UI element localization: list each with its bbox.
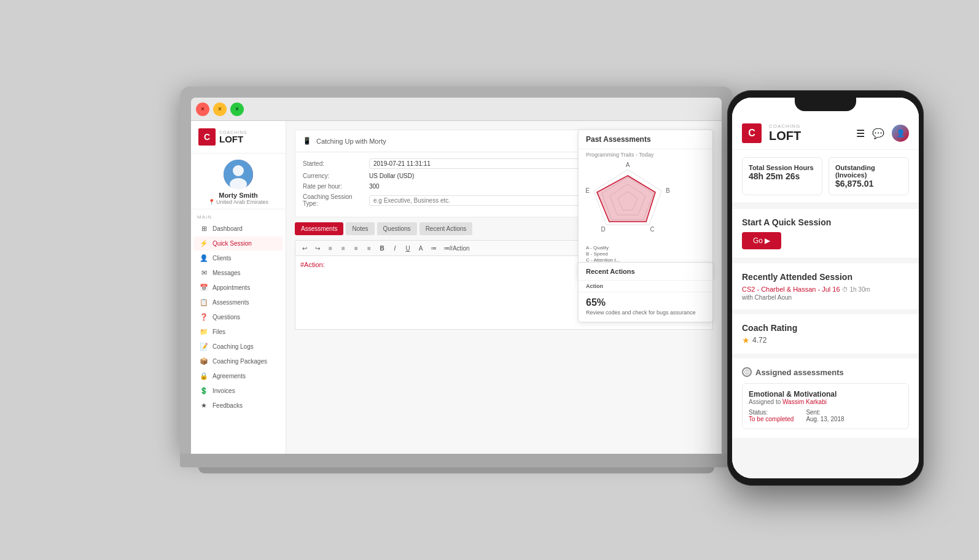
editor-content: #Action: [300, 261, 325, 268]
agreements-icon: 🔒 [200, 372, 208, 380]
assessment-meta: Status: To be completed Sent: Aug. 13, 2… [749, 409, 902, 422]
browser-chrome: × × × [191, 98, 722, 121]
main-content: 📱 Catching Up with Morty End ... Started… [286, 121, 722, 454]
hash-action-button[interactable]: #Action [454, 243, 465, 254]
close-tab-1[interactable]: × [196, 103, 209, 116]
recently-attended-meta: with Charbel Aoun [742, 294, 909, 301]
close-tab-2[interactable]: × [213, 103, 227, 116]
align-right-button[interactable]: ≡ [351, 243, 362, 254]
sidebar-item-feedbacks[interactable]: ★ Feedbacks [193, 399, 283, 413]
sidebar-logo: C COACHING LOFT [191, 121, 286, 154]
tab-assessments[interactable]: Assessments [295, 222, 343, 235]
phone: C COACHING LOFT ☰ 💬 👤 Total Sess [727, 90, 924, 486]
clock-icon: ⏱ 1h 30m [842, 286, 870, 293]
logo-icon: C [198, 128, 216, 146]
files-icon: 📁 [200, 328, 208, 336]
svg-marker-7 [597, 176, 655, 222]
laptop-screen: × × × C COACHING LOFT [191, 98, 722, 454]
phone-logo-name: LOFT [769, 129, 801, 143]
svg-point-1 [233, 165, 244, 176]
phone-assigned-header: ⓘ Assigned assessments [742, 367, 909, 377]
recent-actions-col-header: Action [579, 281, 712, 292]
list-button[interactable]: ≔ [428, 243, 439, 254]
phone-recently-attended-section: Recently Attended Session CS2 - Charbel … [732, 263, 919, 309]
phone-avatar[interactable]: 👤 [892, 125, 909, 142]
phone-logo-sub: COACHING [769, 123, 801, 129]
sidebar-item-questions[interactable]: ❓ Questions [193, 310, 283, 324]
recent-actions-title: Recent Actions [579, 263, 712, 281]
svg-text:C: C [650, 226, 654, 233]
sidebar-item-agreements[interactable]: 🔒 Agreements [193, 369, 283, 383]
svg-text:A: A [626, 161, 630, 168]
tab-recent-actions[interactable]: Recent Actions [419, 222, 473, 235]
legend-item-a: A - Quality [586, 245, 705, 251]
assessment-card: Emotional & Motivational Assigned to Was… [742, 383, 909, 429]
phone-card-outstanding: Outstanding (Invoices) $6,875.01 [829, 157, 909, 195]
phone-quick-session-section: Start A Quick Session Go ▶ [732, 208, 919, 259]
currency-label: Currency: [303, 173, 364, 179]
phone-logo-icon: C [742, 123, 762, 143]
coach-rating-value: 4.72 [752, 336, 766, 344]
assessment-status: Status: To be completed [749, 409, 794, 422]
phone-nav: C COACHING LOFT ☰ 💬 👤 [732, 117, 919, 150]
invoices-icon: 💲 [200, 387, 208, 395]
assigned-to-link[interactable]: Wassim Karkabi [782, 399, 827, 405]
hamburger-icon[interactable]: ☰ [856, 127, 865, 139]
recently-attended-link[interactable]: CS2 - Charbel & Hassan - Jul 16 ⏱ 1h 30m [742, 286, 909, 293]
bold-button[interactable]: B [376, 243, 388, 254]
feedbacks-icon: ★ [200, 402, 208, 410]
sidebar-user-name: Morty Smith [195, 192, 282, 199]
questions-icon: ❓ [200, 313, 208, 321]
sidebar-item-quick-session[interactable]: ⚡ Quick Session [193, 236, 283, 251]
past-assessments-panel: Past Assessments Programming Traits - To… [578, 130, 713, 279]
phone-quick-session-title: Start A Quick Session [742, 217, 909, 227]
sidebar-item-appointments[interactable]: 📅 Appointments [193, 281, 283, 295]
phone-coach-rating-title: Coach Rating [742, 323, 909, 333]
sidebar-item-dashboard[interactable]: ⊞ Dashboard [193, 222, 283, 236]
redo-button[interactable]: ↪ [312, 243, 323, 254]
undo-button[interactable]: ↩ [299, 243, 310, 254]
italic-button[interactable]: I [389, 243, 400, 254]
radar-chart: A B C D E [579, 160, 677, 240]
sidebar-item-coaching-packages[interactable]: 📦 Coaching Packages [193, 354, 283, 368]
laptop-foot [198, 467, 714, 473]
chat-icon[interactable]: 💬 [872, 127, 884, 139]
assessment-assign: Assigned to Wassim Karkabi [749, 399, 902, 405]
underline-button[interactable]: U [402, 243, 413, 254]
coaching-packages-icon: 📦 [200, 357, 208, 365]
sidebar-avatar-section: Morty Smith 📍 United Arab Emirates [191, 154, 286, 209]
align-left-button[interactable]: ≡ [325, 243, 336, 254]
close-tab-3[interactable]: × [230, 103, 244, 116]
laptop-base [180, 454, 733, 467]
sidebar-item-files[interactable]: 📁 Files [193, 325, 283, 339]
sidebar-item-invoices[interactable]: 💲 Invoices [193, 384, 283, 398]
align-justify-button[interactable]: ≡ [364, 243, 375, 254]
tab-questions[interactable]: Questions [377, 222, 417, 235]
assessment-name: Emotional & Motivational [749, 390, 902, 399]
tab-notes[interactable]: Notes [346, 222, 374, 235]
phone-notch [795, 98, 856, 111]
sidebar-item-clients[interactable]: 👤 Clients [193, 251, 283, 265]
go-button[interactable]: Go ▶ [742, 232, 781, 249]
phone-app: C COACHING LOFT ☰ 💬 👤 Total Sess [732, 117, 919, 478]
past-assessments-title: Past Assessments [579, 130, 712, 149]
dashboard-icon: ⊞ [200, 225, 208, 233]
phone-assigned-section: ⓘ Assigned assessments Emotional & Motiv… [732, 359, 919, 438]
phone-card-total-hours: Total Session Hours 48h 25m 26s [742, 157, 822, 195]
sidebar-item-messages[interactable]: ✉ Messages [193, 266, 283, 280]
star-icon: ★ [742, 335, 750, 345]
phone-screen: C COACHING LOFT ☰ 💬 👤 Total Sess [732, 98, 919, 478]
phone-coach-rating-section: Coach Rating ★ 4.72 [732, 314, 919, 354]
recent-action-desc: Review codes and check for bugs assuranc… [586, 309, 705, 317]
sidebar-section-label: MAIN [191, 209, 286, 221]
phone-device: C COACHING LOFT ☰ 💬 👤 Total Sess [727, 90, 924, 486]
sidebar: C COACHING LOFT [191, 121, 286, 454]
sidebar-item-assessments[interactable]: 📋 Assessments [193, 295, 283, 309]
align-center-button[interactable]: ≡ [338, 243, 349, 254]
assessment-sent: Sent: Aug. 13, 2018 [806, 409, 844, 422]
font-color-button[interactable]: A [415, 243, 426, 254]
sidebar-item-coaching-logs[interactable]: 📝 Coaching Logs [193, 340, 283, 354]
logo-name: LOFT [219, 134, 248, 144]
phone-nav-icons: ☰ 💬 👤 [856, 125, 909, 142]
legend-item-b: B - Speed [586, 251, 705, 257]
